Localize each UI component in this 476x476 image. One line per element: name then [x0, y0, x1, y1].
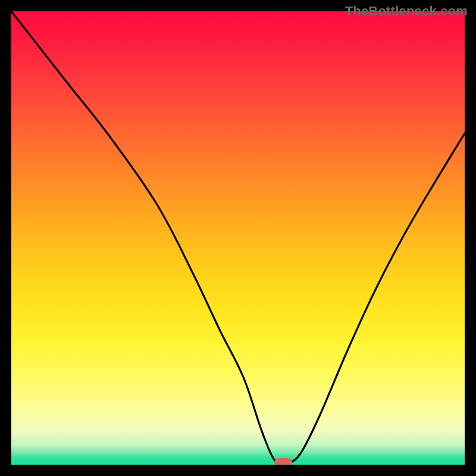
chart-frame: TheBottleneck.com — [0, 0, 476, 476]
optimum-marker — [274, 458, 292, 465]
bottleneck-curve — [11, 11, 465, 465]
watermark-text: TheBottleneck.com — [345, 4, 468, 19]
plot-area — [11, 11, 465, 465]
